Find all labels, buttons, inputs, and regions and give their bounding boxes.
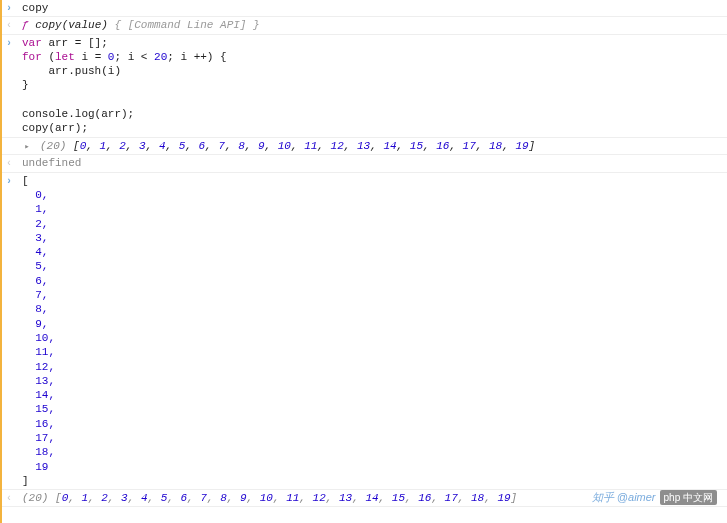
console-return-row: undefined	[0, 155, 727, 172]
input-marker-icon	[0, 174, 18, 188]
console-log-output-row[interactable]: (20) [0, 1, 2, 3, 4, 5, 6, 7, 8, 9, 10, …	[0, 138, 727, 156]
input-marker-icon	[0, 36, 18, 50]
console-input-row[interactable]: copy	[0, 0, 727, 17]
output-marker-icon	[0, 156, 18, 170]
function-signature: ƒ copy(value) { [Command Line API] }	[18, 18, 727, 32]
undefined-text: undefined	[18, 156, 727, 170]
code-block: var arr = []; for (let i = 0; i < 20; i …	[18, 36, 727, 136]
array-preview: (20) [0, 1, 2, 3, 4, 5, 6, 7, 8, 9, 10, …	[36, 139, 727, 153]
left-highlight-bar	[0, 0, 2, 523]
input-marker-icon	[0, 1, 18, 15]
output-marker-icon	[0, 18, 18, 32]
zhihu-watermark-text: 知乎 @aimer	[592, 490, 656, 504]
expand-toggle-icon[interactable]	[18, 139, 36, 154]
expanded-array: [ 0, 1, 2, 3, 4, 5, 6, 7, 8, 9, 10, 11, …	[18, 174, 727, 489]
console-input-text: copy	[18, 1, 727, 15]
php-watermark-badge: php 中文网	[660, 490, 717, 505]
blank-gutter	[0, 139, 18, 140]
console-input-row[interactable]: var arr = []; for (let i = 0; i < 20; i …	[0, 35, 727, 138]
watermark: 知乎 @aimer php 中文网	[592, 490, 717, 505]
console-input-row[interactable]: [ 0, 1, 2, 3, 4, 5, 6, 7, 8, 9, 10, 11, …	[0, 173, 727, 490]
output-marker-icon	[0, 491, 18, 505]
console-output-row: ƒ copy(value) { [Command Line API] }	[0, 17, 727, 34]
